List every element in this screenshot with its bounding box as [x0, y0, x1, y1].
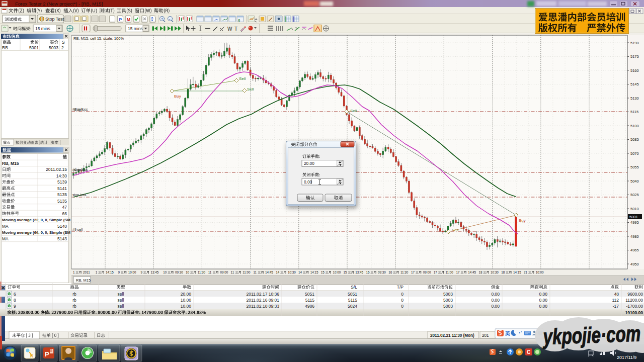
svg-text:ykpojie·com: ykpojie·com: [542, 321, 641, 349]
